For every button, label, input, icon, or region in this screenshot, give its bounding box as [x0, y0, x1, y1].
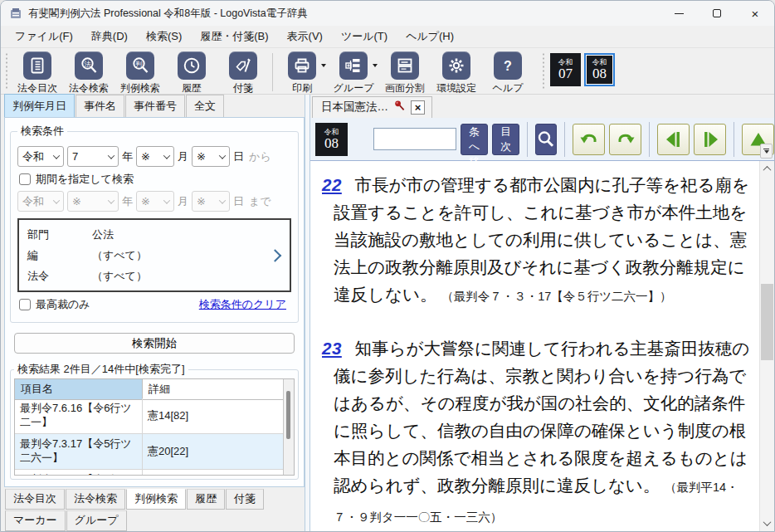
document-tab[interactable]: 日本国憲法… × — [312, 96, 432, 118]
year-select-from[interactable]: 7 — [67, 146, 119, 167]
table-row[interactable]: 最判令7.6.27【令5行ヒ三九七】 憲25[8] — [15, 470, 283, 475]
search-start-button[interactable]: 検索開始 — [14, 333, 295, 354]
split-screen-button[interactable]: 画面分割 — [379, 51, 431, 95]
panel-tab[interactable]: マーカー — [5, 510, 66, 531]
scrollbar-down-arrow[interactable] — [760, 516, 774, 530]
menu-bar: ファイル(F)辞典(D)検索(S)履歴・付箋(B)表示(V)ツール(T)ヘルプ(… — [1, 26, 774, 47]
results-scrollbar-thumb[interactable] — [286, 391, 290, 439]
split-screen-icon — [391, 51, 419, 80]
month-select-to[interactable]: ※ — [136, 191, 174, 212]
document-toolbar: 令和 08 条へ移動 目次 — [310, 118, 774, 161]
table-row[interactable]: 最判令7.6.16【令6行ツ二一】 憲14[82] — [15, 398, 283, 434]
category-value: （すべて） — [92, 245, 147, 266]
article-number-input[interactable] — [373, 128, 456, 150]
panel-tab[interactable]: 付箋 — [226, 489, 264, 510]
search-tab[interactable]: 事件名 — [76, 95, 124, 117]
law-search-button[interactable]: 法 法令検索 — [63, 51, 115, 95]
clear-conditions-link[interactable]: 検索条件のクリア — [199, 297, 286, 312]
era-select-to[interactable]: 令和 — [17, 191, 64, 212]
month-select-from[interactable]: ※ — [136, 146, 174, 167]
menu-item[interactable]: ヘルプ(H) — [397, 27, 463, 46]
panel-tab-bar-row1: 法令目次法令検索判例検索履歴付箋 — [4, 488, 305, 510]
category-row: 編 （すべて） — [27, 245, 268, 266]
year-select-value: ※ — [72, 195, 81, 207]
date-range-checkbox-label: 期間を指定して検索 — [36, 172, 134, 187]
menu-item[interactable]: 履歴・付箋(B) — [191, 27, 277, 46]
era-07-button[interactable]: 令和 07 — [550, 53, 581, 86]
toolbar-grip[interactable] — [540, 52, 546, 90]
previous-item-button[interactable] — [657, 124, 690, 155]
search-tab[interactable]: 事件番号 — [125, 95, 185, 117]
toolbar-grip[interactable] — [3, 52, 9, 90]
results-scrollbar[interactable] — [283, 379, 294, 475]
results-table: 項目名 詳細 最判令7.6.16【令6行ツ二一】 憲14[82] — [14, 378, 295, 476]
year-select-to[interactable]: ※ — [67, 191, 119, 212]
close-document-icon[interactable]: × — [411, 100, 425, 115]
scrollbar-up-arrow[interactable] — [760, 162, 774, 176]
toolbar-button-label: 法令目次 — [17, 81, 57, 95]
print-button[interactable]: 印刷 — [276, 51, 328, 95]
era-select-from[interactable]: 令和 — [17, 146, 64, 167]
date-range-checkbox[interactable] — [19, 173, 31, 185]
pin-icon[interactable] — [393, 100, 406, 115]
day-select-to[interactable]: ※ — [192, 191, 230, 212]
scrollbar-thumb[interactable] — [761, 284, 773, 360]
case-note-number-link[interactable]: 23 — [322, 339, 342, 358]
toolbar-overflow-button[interactable] — [760, 144, 773, 159]
search-tab[interactable]: 判例年月日 — [4, 94, 75, 117]
supreme-court-row: 最高裁のみ 検索条件のクリア — [19, 297, 291, 312]
table-row[interactable]: 最判令7.3.17【令5行ツ二六一】 憲20[22] — [15, 434, 283, 470]
category-filter-box[interactable]: 部門 公法 編 （すべて） 法令 — [17, 218, 291, 292]
next-item-button[interactable] — [694, 124, 726, 155]
search-conditions-title: 検索条件 — [17, 124, 67, 139]
case-note-citation: （最判令７・３・17【令５行ツ二六一】） — [441, 290, 671, 303]
from-suffix-label: から — [249, 149, 271, 164]
minimize-button[interactable] — [660, 1, 698, 26]
close-button[interactable]: × — [736, 1, 774, 26]
result-detail-cell: 憲14[82] — [143, 398, 283, 433]
category-value: 公法 — [92, 224, 114, 245]
chevron-down-icon — [219, 197, 226, 203]
print-dropdown-arrow[interactable] — [321, 64, 326, 67]
toolbar-button-label: 判例検索 — [120, 81, 160, 95]
document-search-button[interactable] — [535, 124, 557, 155]
panel-tab[interactable]: 法令目次 — [5, 489, 65, 510]
panel-tab[interactable]: 履歴 — [187, 489, 225, 510]
menu-item[interactable]: 検索(S) — [137, 27, 191, 46]
group-icon — [339, 51, 368, 80]
help-button[interactable]: ? ヘルプ — [482, 51, 534, 95]
toc-button[interactable]: 目次 — [492, 124, 519, 155]
main-toolbar: 法令目次 法 法令検索 判 判例検索 履歴 付箋 印刷 グループ — [1, 47, 774, 95]
panel-tab[interactable]: グループ — [66, 510, 127, 531]
document-panel: 日本国憲法… × 令和 08 条へ移動 目次 — [310, 95, 774, 531]
group-dropdown-arrow[interactable] — [373, 64, 378, 67]
panel-tab[interactable]: 判例検索 — [126, 489, 186, 510]
chevron-down-icon — [219, 152, 226, 159]
search-tab[interactable]: 全文 — [186, 95, 224, 117]
chevron-down-icon — [163, 197, 170, 203]
document-scrollbar[interactable] — [759, 161, 774, 531]
law-toc-button[interactable]: 法令目次 — [12, 51, 63, 95]
settings-button[interactable]: 環境設定 — [431, 51, 482, 95]
search-panel-body: 検索条件 令和 7 年 ※ 月 ※ 日 から 期間を指定して検索 — [4, 117, 305, 487]
menu-item[interactable]: 辞典(D) — [82, 27, 137, 46]
menu-item[interactable]: ツール(T) — [332, 27, 397, 46]
history-button[interactable]: 履歴 — [166, 51, 217, 95]
back-button[interactable] — [573, 124, 605, 155]
forward-button[interactable] — [609, 124, 641, 155]
bookmark-button[interactable]: 付箋 — [217, 51, 269, 95]
menu-item[interactable]: 表示(V) — [278, 27, 332, 46]
panel-splitter[interactable] — [305, 95, 310, 531]
supreme-court-checkbox[interactable] — [19, 299, 31, 310]
menu-item[interactable]: ファイル(F) — [6, 27, 82, 46]
panel-tab[interactable]: 法令検索 — [66, 489, 125, 510]
maximize-button[interactable] — [698, 1, 736, 26]
goto-article-button[interactable]: 条へ移動 — [461, 124, 488, 155]
toolbar-button-label: グループ — [334, 81, 374, 95]
case-note-number-link[interactable]: 22 — [322, 175, 342, 194]
day-select-from[interactable]: ※ — [192, 146, 230, 167]
group-button[interactable]: グループ — [328, 51, 379, 95]
era-08-button[interactable]: 令和 08 — [584, 53, 615, 86]
result-item-cell: 最判令7.3.17【令5行ツ二六一】 — [15, 434, 143, 469]
case-search-button[interactable]: 判 判例検索 — [115, 51, 166, 95]
